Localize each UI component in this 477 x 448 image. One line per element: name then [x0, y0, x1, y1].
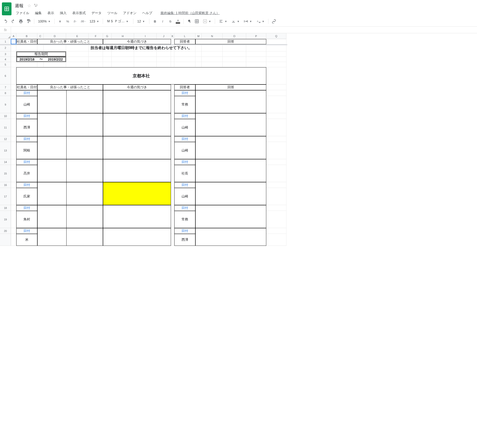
- strikethrough-button[interactable]: S: [167, 18, 174, 25]
- drive-status-icon[interactable]: [34, 3, 38, 9]
- cell[interactable]: [11, 234, 16, 246]
- cell[interactable]: [202, 62, 223, 67]
- cell[interactable]: [223, 52, 246, 57]
- cell[interactable]: [11, 84, 16, 90]
- cell[interactable]: [174, 44, 195, 52]
- select-all-corner[interactable]: [0, 33, 11, 39]
- col-header[interactable]: O: [223, 33, 246, 39]
- cell[interactable]: [171, 142, 174, 159]
- cell[interactable]: [44, 62, 66, 67]
- col-header[interactable]: A: [11, 33, 16, 39]
- cell[interactable]: [266, 142, 286, 159]
- font-size-select[interactable]: 12▼: [135, 18, 147, 25]
- row-header[interactable]: 20: [0, 228, 11, 234]
- col-header[interactable]: K: [171, 33, 174, 39]
- col-header[interactable]: F: [89, 33, 103, 39]
- cell[interactable]: [11, 205, 16, 211]
- col-header[interactable]: I: [134, 33, 157, 39]
- cell[interactable]: [266, 39, 286, 44]
- cell[interactable]: [195, 52, 202, 57]
- cell[interactable]: [266, 228, 286, 234]
- cell[interactable]: [266, 113, 286, 119]
- cell[interactable]: [134, 44, 157, 52]
- cell[interactable]: [266, 159, 286, 165]
- row-header[interactable]: 11: [0, 119, 11, 136]
- vertical-align-button[interactable]: ▼: [229, 18, 241, 25]
- cell[interactable]: [266, 234, 286, 246]
- redo-button[interactable]: [10, 18, 17, 25]
- font-select[interactable]: ＭＳ Ｐゴ…▼: [105, 18, 131, 25]
- col-header[interactable]: H: [112, 33, 134, 39]
- cell[interactable]: [89, 57, 103, 62]
- cell[interactable]: [266, 67, 286, 84]
- cell[interactable]: [171, 96, 174, 113]
- cell[interactable]: [11, 52, 16, 57]
- col-header[interactable]: N: [202, 33, 223, 39]
- cell[interactable]: [171, 84, 174, 90]
- cell[interactable]: [171, 234, 174, 246]
- increase-decimal-button[interactable]: .00→: [79, 18, 87, 25]
- cell[interactable]: [11, 67, 16, 84]
- cell[interactable]: [266, 90, 286, 96]
- print-button[interactable]: [17, 18, 24, 25]
- cell[interactable]: [89, 62, 103, 67]
- cell[interactable]: [246, 44, 266, 52]
- row-header[interactable]: 16: [0, 182, 11, 188]
- decrease-decimal-button[interactable]: .0←: [72, 18, 79, 25]
- last-edit-link[interactable]: 最終編集: 1 時間前（山田紫帆里 さん）: [161, 11, 220, 15]
- cell[interactable]: [66, 57, 89, 62]
- cell[interactable]: [37, 44, 44, 52]
- cell[interactable]: [174, 62, 195, 67]
- cell[interactable]: [11, 39, 16, 44]
- cell[interactable]: [11, 228, 16, 234]
- menu-tools[interactable]: ツール: [105, 10, 120, 16]
- cell[interactable]: [11, 96, 16, 113]
- cell[interactable]: [66, 44, 89, 52]
- paint-format-button[interactable]: [25, 18, 32, 25]
- cell[interactable]: [266, 96, 286, 113]
- cell[interactable]: [37, 62, 44, 67]
- cell[interactable]: [266, 119, 286, 136]
- star-icon[interactable]: ☆: [27, 3, 31, 8]
- cell[interactable]: [174, 52, 195, 57]
- cell[interactable]: [174, 57, 195, 62]
- cell[interactable]: [223, 57, 246, 62]
- cell[interactable]: [112, 57, 134, 62]
- row-header[interactable]: [0, 234, 11, 246]
- cell[interactable]: [246, 52, 266, 57]
- cell[interactable]: [11, 113, 16, 119]
- cell[interactable]: [202, 44, 223, 52]
- cell[interactable]: [171, 182, 174, 188]
- italic-button[interactable]: I: [159, 18, 166, 25]
- sheets-app-icon[interactable]: [2, 2, 12, 15]
- cell[interactable]: [195, 62, 202, 67]
- cell[interactable]: [266, 182, 286, 188]
- percent-button[interactable]: %: [64, 18, 71, 25]
- cell[interactable]: [11, 136, 16, 142]
- row-header[interactable]: 19: [0, 211, 11, 228]
- cell[interactable]: [11, 44, 16, 52]
- col-header[interactable]: M: [195, 33, 202, 39]
- cell[interactable]: [134, 52, 157, 57]
- col-header[interactable]: D: [44, 33, 66, 39]
- cell[interactable]: [11, 159, 16, 165]
- cell[interactable]: [171, 57, 174, 62]
- col-header[interactable]: E: [66, 33, 89, 39]
- cell[interactable]: [11, 188, 16, 205]
- cell[interactable]: [157, 57, 171, 62]
- borders-button[interactable]: [193, 18, 200, 25]
- doc-title[interactable]: 週報: [13, 2, 25, 9]
- cell[interactable]: [11, 211, 16, 228]
- cell[interactable]: [16, 62, 37, 67]
- cell[interactable]: [11, 62, 16, 67]
- cell[interactable]: [103, 52, 112, 57]
- col-header[interactable]: L: [174, 33, 195, 39]
- row-header[interactable]: 3: [0, 52, 11, 57]
- cell[interactable]: [266, 211, 286, 228]
- col-header[interactable]: Q: [266, 33, 286, 39]
- cell[interactable]: [171, 90, 174, 96]
- menu-file[interactable]: ファイル: [13, 10, 32, 16]
- cell[interactable]: [246, 62, 266, 67]
- cell[interactable]: [89, 44, 103, 52]
- row-header[interactable]: 1: [0, 39, 11, 44]
